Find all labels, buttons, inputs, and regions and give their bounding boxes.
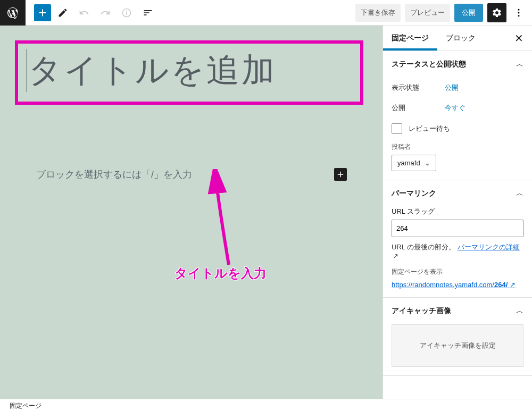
pending-review-checkbox[interactable] — [392, 123, 402, 134]
save-draft-button[interactable]: 下書き保存 — [355, 4, 401, 22]
settings-button[interactable] — [487, 3, 506, 22]
add-block-inline-button[interactable] — [334, 168, 347, 181]
title-highlight-box: タイトルを追加 — [15, 40, 363, 105]
permalink-panel-toggle[interactable]: パーマリンク ︿ — [383, 180, 532, 207]
block-hint-text[interactable]: ブロックを選択するには「/」を入力 — [36, 168, 192, 181]
info-button[interactable] — [117, 3, 136, 22]
publish-date-value[interactable]: 今すぐ — [445, 103, 466, 113]
add-block-button[interactable] — [34, 4, 51, 21]
status-panel-toggle[interactable]: ステータスと公開状態 ︿ — [383, 51, 532, 78]
chevron-up-icon: ︿ — [516, 60, 523, 69]
chevron-up-icon: ︿ — [516, 306, 523, 316]
author-select[interactable]: yamafd ⌄ — [392, 155, 436, 171]
svg-point-2 — [518, 15, 520, 16]
undo-button[interactable] — [74, 3, 94, 22]
slug-help-text: URL の最後の部分。 パーマリンクの詳細 ↗ — [392, 242, 523, 260]
status-panel-title: ステータスと公開状態 — [392, 60, 466, 69]
title-input[interactable]: タイトルを追加 — [27, 49, 352, 92]
permalink-panel: パーマリンク ︿ URL スラッグ URL の最後の部分。 パーマリンクの詳細 … — [383, 180, 532, 298]
tab-block[interactable]: ブロック — [437, 26, 484, 51]
permalink-panel-title: パーマリンク — [392, 189, 436, 198]
settings-sidebar: 固定ページ ブロック ✕ ステータスと公開状態 ︿ 表示状態 公開 公開 今すぐ — [383, 26, 532, 399]
author-label: 投稿者 — [392, 142, 523, 152]
annotation-label: タイトルを入力 — [174, 265, 267, 282]
external-link-icon: ↗ — [393, 252, 398, 260]
chevron-down-icon: ⌄ — [425, 159, 430, 167]
redo-button[interactable] — [96, 3, 115, 22]
svg-point-1 — [518, 12, 520, 13]
toolbar-left — [26, 3, 157, 22]
publish-date-label: 公開 — [392, 103, 445, 113]
featured-panel-title: アイキャッチ画像 — [392, 306, 451, 316]
slug-input[interactable] — [392, 220, 523, 237]
top-toolbar: 下書き保存 プレビュー 公開 — [0, 0, 532, 26]
chevron-up-icon: ︿ — [516, 189, 523, 198]
publish-button[interactable]: 公開 — [454, 4, 483, 22]
visibility-value[interactable]: 公開 — [445, 83, 459, 93]
preview-button[interactable]: プレビュー — [405, 4, 450, 22]
annotation-arrow-icon — [202, 169, 245, 275]
author-value: yamafd — [397, 159, 420, 167]
edit-mode-button[interactable] — [53, 3, 72, 22]
permalink-help-link[interactable]: パーマリンクの詳細 — [458, 243, 520, 251]
featured-panel-toggle[interactable]: アイキャッチ画像 ︿ — [383, 298, 532, 324]
editor-canvas[interactable]: タイトルを追加 ブロックを選択するには「/」を入力 タイトルを入力 — [0, 26, 383, 399]
main-area: タイトルを追加 ブロックを選択するには「/」を入力 タイトルを入力 固定ページ … — [0, 26, 532, 399]
sidebar-tabs: 固定ページ ブロック ✕ — [383, 26, 532, 51]
breadcrumb-text[interactable]: 固定ページ — [10, 402, 41, 409]
slug-label: URL スラッグ — [392, 207, 523, 216]
status-panel: ステータスと公開状態 ︿ 表示状態 公開 公開 今すぐ レビュー待ち 投稿者 — [383, 51, 532, 180]
external-link-icon: ↗ — [510, 281, 516, 289]
close-sidebar-button[interactable]: ✕ — [511, 29, 527, 48]
toolbar-right: 下書き保存 プレビュー 公開 — [355, 3, 527, 22]
outline-button[interactable] — [138, 3, 157, 22]
svg-point-0 — [518, 9, 520, 10]
permalink-url[interactable]: https://randomnotes.yamafd.com/264/ ↗ — [392, 281, 523, 289]
view-page-label: 固定ページを表示 — [392, 267, 523, 276]
wp-logo-button[interactable] — [0, 0, 26, 26]
breadcrumb-bar: 固定ページ — [0, 399, 532, 410]
tab-page[interactable]: 固定ページ — [383, 26, 437, 51]
featured-image-panel: アイキャッチ画像 ︿ アイキャッチ画像を設定 — [383, 298, 532, 376]
set-featured-image-button[interactable]: アイキャッチ画像を設定 — [392, 324, 523, 367]
pending-review-label: レビュー待ち — [409, 124, 450, 133]
visibility-label: 表示状態 — [392, 83, 445, 93]
more-options-button[interactable] — [511, 3, 527, 22]
